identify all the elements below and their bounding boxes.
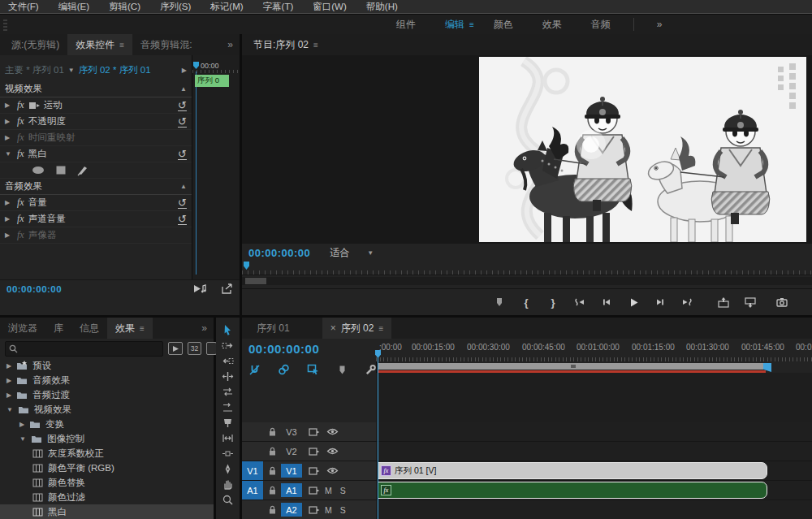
video-effects-section-header[interactable]: 视频效果 ▲ — [0, 81, 192, 97]
panel-menu-icon[interactable]: ≡ — [378, 324, 383, 333]
fx-icon[interactable]: fx — [17, 99, 24, 111]
program-timecode[interactable]: 00:00:00:00 — [248, 247, 310, 259]
track-source-icon[interactable] — [309, 486, 320, 495]
tree-item-black-white[interactable]: 黑白 — [0, 504, 214, 519]
workspace-tab-menu-icon[interactable]: ≡ — [469, 20, 474, 29]
mute-button[interactable]: M — [325, 505, 332, 515]
tree-item-audio-transitions[interactable]: ▶ 音频过渡 — [0, 387, 214, 402]
mark-out-button[interactable]: } — [546, 295, 560, 309]
panel-menu-icon[interactable]: ≡ — [140, 324, 145, 333]
solo-button[interactable]: S — [340, 486, 346, 495]
panel-menu-icon[interactable]: ≡ — [119, 41, 124, 50]
track-name[interactable]: V1 — [281, 464, 302, 478]
accelerated-effects-badge[interactable] — [168, 342, 183, 355]
sequence-clip-label[interactable]: 序列 02 * 序列 01 — [79, 64, 151, 76]
tab-effects[interactable]: 效果 ≡ — [107, 318, 153, 339]
track-output-eye-icon[interactable] — [326, 447, 339, 456]
tab-program-monitor[interactable]: 节目:序列 02 ≡ — [242, 34, 326, 55]
hand-tool[interactable] — [216, 477, 240, 492]
nest-sequences-icon[interactable] — [307, 363, 320, 376]
effect-row-panner[interactable]: ▶ fx 声像器 — [0, 227, 192, 244]
tree-item-audio-effects[interactable]: ▶ 音频效果 — [0, 373, 214, 387]
track-lock-icon[interactable] — [263, 446, 281, 456]
collapse-icon[interactable]: ▲ — [180, 183, 187, 190]
timeline-playhead-line[interactable] — [378, 350, 378, 519]
timeline-ruler[interactable]: :00:00 00:00:15:00 00:00:30:00 00:00:45:… — [376, 339, 812, 361]
source-patch-empty[interactable] — [242, 422, 263, 441]
effect-row-black-white[interactable]: ▼ fx 黑白 ↺ — [0, 146, 192, 162]
slide-tool[interactable] — [216, 446, 240, 461]
tab-media-browser[interactable]: 浏览器 — [0, 318, 45, 339]
track-name[interactable]: V3 — [281, 425, 302, 439]
fx-icon[interactable]: fx — [17, 148, 24, 160]
mute-button[interactable]: M — [325, 486, 332, 495]
lift-button[interactable] — [716, 295, 731, 309]
fx-icon[interactable]: fx — [17, 197, 24, 209]
effect-row-channel-volume[interactable]: ▶ fx 声道音量 ↺ — [0, 211, 192, 227]
reset-effect-icon[interactable]: ↺ — [178, 197, 187, 209]
tree-item-video-effects[interactable]: ▼ 视频效果 — [0, 402, 214, 417]
track-source-icon[interactable] — [309, 466, 320, 476]
play-audio-icon[interactable] — [193, 283, 208, 294]
effect-row-time-remapping[interactable]: ▶ fx 时间重映射 — [0, 130, 192, 146]
go-to-in-button[interactable] — [572, 295, 587, 309]
play-button[interactable] — [626, 295, 641, 309]
tab-audio-clip-mixer[interactable]: 音频剪辑混: — [132, 34, 200, 55]
audio-effects-section-header[interactable]: 音频效果 ▲ — [0, 179, 192, 195]
32bit-color-badge[interactable]: 32 — [188, 342, 201, 355]
show-timeline-icon[interactable]: ▶ — [182, 67, 187, 74]
effect-row-motion[interactable]: ▶ fx 运动 ↺ — [0, 97, 192, 114]
tree-item-presets[interactable]: ▶ 预设 — [0, 358, 214, 373]
menu-edit[interactable]: 编辑(E) — [58, 1, 89, 13]
solo-button[interactable]: S — [340, 505, 346, 515]
clip-sequence-01-audio[interactable]: fx — [378, 482, 767, 499]
slip-tool[interactable] — [216, 430, 240, 446]
collapse-icon[interactable]: ▲ — [180, 85, 187, 93]
track-select-forward-tool[interactable] — [216, 338, 240, 353]
track-select-backward-tool[interactable] — [216, 353, 240, 369]
rect-mask-icon[interactable] — [55, 165, 67, 175]
track-lock-icon[interactable] — [263, 426, 281, 437]
menu-marker[interactable]: 标记(M) — [210, 1, 243, 13]
effect-row-volume[interactable]: ▶ fx 音量 ↺ — [0, 195, 192, 211]
add-marker-button[interactable] — [492, 295, 507, 309]
twirl-down-icon[interactable]: ▼ — [6, 406, 13, 413]
track-lock-icon[interactable] — [263, 465, 281, 476]
clip-sequence-01-video[interactable]: fx 序列 01 [V] — [378, 462, 767, 479]
search-input[interactable] — [5, 341, 163, 357]
track-lane-a1[interactable]: fx — [376, 481, 812, 500]
source-patch-v1[interactable]: V1 — [242, 461, 263, 480]
go-to-out-button[interactable] — [680, 295, 694, 309]
track-source-icon[interactable] — [309, 447, 320, 456]
tree-item-transform[interactable]: ▶ 变换 — [0, 417, 214, 431]
pen-mask-icon[interactable] — [76, 165, 89, 176]
twirl-right-icon[interactable]: ▶ — [19, 421, 24, 428]
reset-effect-icon[interactable]: ↺ — [178, 116, 187, 128]
twirl-right-icon[interactable]: ▶ — [5, 199, 13, 206]
workspace-tab-effects[interactable]: 效果 — [528, 18, 577, 32]
program-scrollbar-handle[interactable] — [245, 278, 266, 284]
reset-effect-icon[interactable]: ↺ — [178, 149, 187, 160]
twirl-right-icon[interactable]: ▶ — [6, 391, 11, 399]
timeline-timecode[interactable]: 00:00:00:00 — [248, 342, 319, 356]
timeline-empty-area[interactable] — [376, 373, 812, 423]
pen-tool[interactable] — [216, 461, 240, 477]
twirl-right-icon[interactable]: ▶ — [5, 102, 13, 109]
menu-sequence[interactable]: 序列(S) — [160, 1, 191, 13]
work-area-bar[interactable] — [378, 363, 763, 370]
mini-playhead-line[interactable] — [196, 71, 197, 275]
workspace-tab-audio[interactable]: 音频 — [577, 18, 625, 32]
twirl-right-icon[interactable]: ▶ — [6, 362, 11, 370]
tab-sequence-01[interactable]: 序列 01 — [242, 318, 322, 339]
effect-row-opacity[interactable]: ▶ fx 不透明度 ↺ — [0, 114, 192, 130]
panel-menu-icon[interactable]: ≡ — [313, 41, 318, 50]
workspace-overflow-button[interactable]: » — [642, 19, 677, 30]
tree-item-gamma-correction[interactable]: 灰度系数校正 — [0, 446, 214, 461]
timeline-marker-icon[interactable] — [337, 365, 348, 375]
reset-effect-icon[interactable]: ↺ — [178, 214, 187, 225]
tree-item-image-control[interactable]: ▼ 图像控制 — [0, 431, 214, 446]
program-mini-ruler[interactable] — [242, 263, 812, 275]
track-output-eye-icon[interactable] — [326, 466, 339, 475]
track-name[interactable]: A1 — [281, 483, 302, 497]
source-patch-empty[interactable] — [242, 500, 263, 519]
